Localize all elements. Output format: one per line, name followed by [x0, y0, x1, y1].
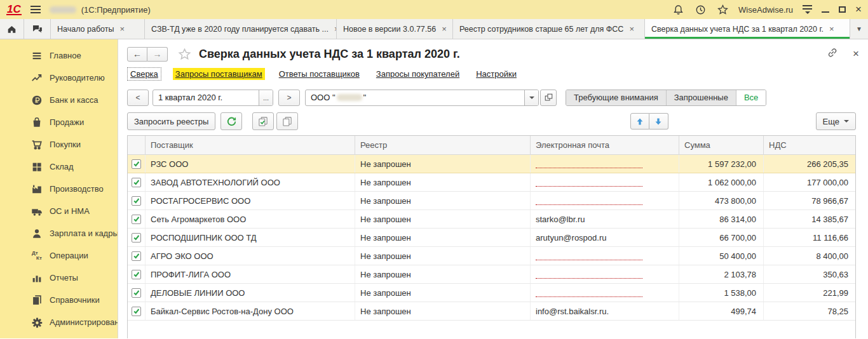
- header-email[interactable]: Электронная почта: [531, 136, 679, 154]
- more-button[interactable]: Еще: [816, 112, 856, 130]
- header-supplier[interactable]: Поставщик: [146, 136, 355, 154]
- table-row[interactable]: РОСТАГРОСЕРВИС ООО Не запрошен 473 800,0…: [128, 192, 855, 210]
- dtkt-icon: ДтКт: [29, 251, 44, 261]
- subtab-supplier-requests[interactable]: Запросы поставщикам: [173, 68, 265, 80]
- row-checkbox[interactable]: [132, 196, 141, 206]
- main-menu-icon[interactable]: [31, 6, 41, 13]
- table-row[interactable]: ДЕЛОВЫЕ ЛИНИИ ООО Не запрошен 1 538,00 2…: [128, 284, 855, 302]
- table-row[interactable]: РОСПОДШИПНИК ООО ТД Не запрошен arutyun@…: [128, 229, 855, 247]
- tab-close-icon[interactable]: ×: [119, 24, 125, 34]
- subtab-buyer-requests[interactable]: Запросы покупателей: [374, 68, 462, 80]
- row-checkbox[interactable]: [132, 233, 141, 243]
- tab-discussions[interactable]: [24, 19, 51, 39]
- sidebar-item-main[interactable]: Главное: [0, 44, 118, 67]
- subtab-settings[interactable]: Настройки: [473, 68, 519, 80]
- move-down-button[interactable]: [649, 113, 668, 130]
- sidebar-item-salary-hr[interactable]: Зарплата и кадры: [0, 222, 118, 244]
- tab-fss-registry[interactable]: Реестр сотрудников старше 65 лет для ФСС…: [453, 19, 645, 39]
- tab-szv-td[interactable]: СЗВ-ТД уже в 2020 году планируется сдава…: [145, 19, 337, 39]
- empty-email-underline: [536, 252, 642, 260]
- form-header: ← → Сверка данных учета НДС за 1 квартал…: [127, 44, 859, 63]
- period-field[interactable]: 1 квартал 2020 г. ...: [153, 90, 273, 106]
- suppliers-table: Поставщик Реестр Электронная почта Сумма…: [127, 135, 856, 338]
- subtab-supplier-answers[interactable]: Ответы поставщиков: [276, 68, 362, 80]
- sidebar-item-manager[interactable]: Руководителю: [0, 67, 118, 89]
- sum-cell: 66 700,00: [679, 229, 764, 246]
- tab-home[interactable]: [0, 19, 24, 39]
- sidebar-item-fixed-assets[interactable]: ОС и НМА: [0, 200, 118, 222]
- restore-button[interactable]: [839, 6, 846, 13]
- table-row[interactable]: АГРО ЭКО ООО Не запрошен 50 400,00 8 400…: [128, 247, 855, 265]
- sidebar-item-administration[interactable]: Администрирование: [0, 311, 118, 333]
- subtab-reconciliation[interactable]: Сверка: [127, 67, 161, 81]
- uncheck-all-button[interactable]: [276, 112, 298, 130]
- books-icon: [29, 294, 44, 307]
- get-link-icon[interactable]: [826, 46, 839, 62]
- supplier-cell: Байкал-Сервис Ростов-на-Дону ООО: [146, 302, 355, 320]
- tab-vat-reconciliation[interactable]: Сверка данных учета НДС за 1 квартал 202…: [645, 19, 850, 39]
- header-sum[interactable]: Сумма: [679, 136, 764, 154]
- registry-cell: Не запрошен: [355, 247, 531, 265]
- email-cell: [531, 155, 679, 173]
- refresh-button[interactable]: [220, 112, 242, 130]
- tab-new-version[interactable]: Новое в версии 3.0.77.56 ×: [337, 19, 453, 39]
- organization-choose-button[interactable]: [540, 90, 557, 106]
- 1c-logo: 1С: [6, 4, 22, 15]
- tab-overflow-arrow[interactable]: ▼: [850, 19, 868, 39]
- filter-requested[interactable]: Запрошенные: [666, 90, 736, 105]
- request-registries-button[interactable]: Запросить реестры: [127, 112, 215, 130]
- check-all-button[interactable]: [252, 112, 274, 130]
- row-checkbox[interactable]: [132, 215, 141, 224]
- table-row[interactable]: Байкал-Сервис Ростов-на-Дону ООО Не запр…: [128, 302, 855, 321]
- filter-needs-attention[interactable]: Требующие внимания: [566, 90, 666, 105]
- empty-email-underline: [536, 270, 642, 279]
- open-list-icon: [544, 93, 553, 102]
- bar-chart-icon: [29, 272, 44, 284]
- tab-close-icon[interactable]: ×: [442, 24, 447, 34]
- table-row[interactable]: РЗС ООО Не запрошен 1 597 232,00 266 205…: [128, 155, 855, 173]
- window-close-button[interactable]: ×: [855, 4, 862, 15]
- notifications-bell-icon[interactable]: [672, 3, 684, 16]
- sidebar-item-production[interactable]: Производство: [0, 178, 118, 200]
- row-checkbox[interactable]: [132, 251, 141, 261]
- row-checkbox[interactable]: [132, 270, 141, 279]
- forward-button[interactable]: →: [147, 47, 168, 62]
- checkmark-icon: [133, 178, 140, 186]
- sidebar-item-purchases[interactable]: Покупки: [0, 133, 118, 156]
- history-icon[interactable]: [694, 3, 707, 16]
- row-checkbox[interactable]: [132, 288, 141, 298]
- factory-icon: [29, 183, 44, 196]
- organization-combobox[interactable]: ООО " ": [305, 90, 539, 106]
- row-checkbox[interactable]: [132, 307, 141, 316]
- sidebar-item-warehouse[interactable]: Склад: [0, 156, 118, 178]
- table-row[interactable]: ПРОФИТ-ЛИГА ООО Не запрошен 2 103,78 350…: [128, 265, 855, 284]
- table-row[interactable]: ЗАВОД АВТОТЕХНОЛОГИЙ ООО Не запрошен 1 0…: [128, 173, 855, 192]
- sidebar-item-sales[interactable]: Продажи: [0, 111, 118, 133]
- service-menu-icon[interactable]: [803, 5, 812, 14]
- filter-all[interactable]: Все: [736, 90, 766, 105]
- sidebar-item-directories[interactable]: Справочники: [0, 289, 118, 311]
- period-more-button[interactable]: ...: [259, 90, 273, 105]
- header-vat[interactable]: НДС: [764, 136, 855, 154]
- form-close-button[interactable]: ×: [853, 48, 859, 60]
- next-period-button[interactable]: >: [278, 90, 300, 106]
- back-button[interactable]: ←: [127, 47, 147, 62]
- header-registry[interactable]: Реестр: [355, 136, 531, 154]
- combo-dropdown-icon[interactable]: [524, 90, 538, 105]
- table-row[interactable]: Сеть Агромаркетов ООО Не запрошен starko…: [128, 210, 855, 229]
- favorites-star-icon[interactable]: [716, 3, 729, 16]
- sidebar-item-operations[interactable]: ДтКт Операции: [0, 244, 118, 267]
- favorite-star-icon[interactable]: [178, 48, 191, 61]
- tab-close-icon[interactable]: ×: [629, 24, 634, 34]
- prev-period-button[interactable]: <: [127, 90, 149, 106]
- empty-email-underline: [536, 197, 642, 205]
- move-up-button[interactable]: [630, 113, 649, 130]
- tab-getting-started[interactable]: Начало работы ×: [51, 19, 145, 39]
- row-checkbox[interactable]: [132, 159, 141, 169]
- sidebar-item-reports[interactable]: Отчеты: [0, 267, 118, 289]
- row-checkbox[interactable]: [132, 178, 141, 187]
- tab-close-icon[interactable]: ×: [829, 24, 834, 34]
- service-link[interactable]: WiseAdwise.ru: [738, 5, 793, 15]
- minimize-button[interactable]: [822, 11, 829, 13]
- sidebar-item-bank-cash[interactable]: Банк и касса: [0, 89, 118, 111]
